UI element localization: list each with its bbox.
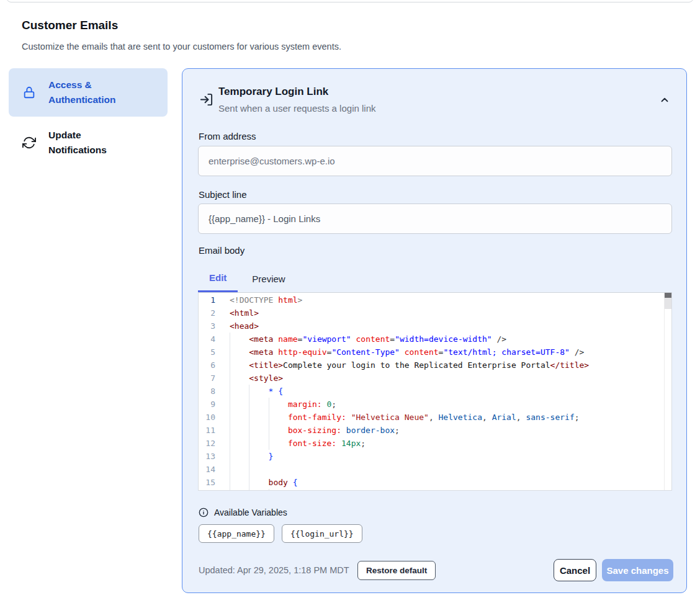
variable-chip-app-name[interactable]: {{app_name}} — [199, 524, 274, 543]
line-number[interactable]: 7 — [199, 372, 215, 385]
code-line-content: background-color: #f6f8fa; — [230, 489, 414, 491]
login-icon — [199, 92, 213, 107]
sidebar-item-label: Update Notifications — [48, 128, 130, 158]
lock-icon — [22, 85, 36, 100]
line-number[interactable]: 6 — [199, 359, 215, 372]
code-line[interactable]: 16background-color: #f6f8fa; — [199, 489, 671, 491]
restore-default-button[interactable]: Restore default — [357, 561, 436, 580]
code-line[interactable]: 8* { — [199, 385, 671, 398]
from-address-input[interactable] — [198, 146, 672, 176]
card-title: Temporary Login Link — [218, 86, 328, 98]
code-line[interactable]: 14 — [199, 463, 671, 476]
line-number[interactable]: 5 — [199, 346, 215, 359]
code-line-content: <style> — [230, 372, 283, 385]
indent-guide — [230, 476, 249, 489]
code-line[interactable]: 4<meta name="viewport" content="width=de… — [199, 333, 671, 346]
indent-guide — [230, 437, 249, 450]
code-line[interactable]: 9margin: 0; — [199, 398, 671, 411]
tab-preview[interactable]: Preview — [241, 266, 296, 292]
indent-guide — [230, 372, 249, 385]
code-line-content: * { — [230, 385, 283, 398]
code-line-content: <html> — [230, 306, 259, 320]
cancel-button[interactable]: Cancel — [554, 559, 596, 581]
code-line[interactable]: 2<html> — [199, 306, 671, 320]
chevron-up-icon — [659, 98, 670, 107]
indent-guide — [230, 424, 249, 437]
available-variables-header: Available Variables — [199, 507, 287, 517]
email-body-tabs: Edit Preview — [198, 266, 297, 292]
line-number[interactable]: 9 — [199, 398, 215, 411]
indent-guide — [269, 411, 288, 424]
indent-guide — [249, 450, 268, 463]
code-line[interactable]: 6<title>Complete your login to the Repli… — [199, 359, 671, 372]
variable-chip-login-url[interactable]: {{login_url}} — [282, 524, 362, 543]
line-number[interactable]: 12 — [199, 437, 215, 450]
editor-scrollbar-thumb[interactable] — [665, 293, 671, 298]
code-line[interactable]: 1<!DOCTYPE html> — [199, 293, 671, 306]
tab-edit[interactable]: Edit — [198, 266, 238, 292]
indent-guide — [230, 463, 249, 476]
sidebar-item-access-authentication[interactable]: Access & Authentication — [9, 68, 168, 117]
indent-guide — [249, 463, 268, 476]
temporary-login-link-card: Temporary Login Link Sent when a user re… — [182, 68, 687, 593]
refresh-icon — [22, 136, 36, 150]
code-line[interactable]: 11box-sizing: border-box; — [199, 424, 671, 437]
sidebar-item-update-notifications[interactable]: Update Notifications — [9, 128, 168, 158]
line-number[interactable]: 8 — [199, 385, 215, 398]
line-number[interactable]: 3 — [199, 320, 215, 333]
code-line[interactable]: 12font-size: 14px; — [199, 437, 671, 450]
code-editor[interactable]: 1<!DOCTYPE html>2<html>3<head>4<meta nam… — [198, 292, 672, 491]
collapse-button[interactable] — [655, 91, 674, 110]
line-number[interactable]: 16 — [199, 489, 215, 491]
code-line[interactable]: 3<head> — [199, 320, 671, 333]
indent-guide — [230, 489, 249, 491]
code-line[interactable]: 15body { — [199, 476, 671, 489]
line-number[interactable]: 2 — [199, 306, 215, 320]
sidebar-item-label: Access & Authentication — [48, 78, 130, 107]
line-number[interactable]: 11 — [199, 424, 215, 437]
indent-guide — [230, 333, 249, 346]
indent-guide — [230, 411, 249, 424]
indent-guide — [249, 411, 268, 424]
code-line-content: } — [230, 450, 273, 463]
indent-guide — [249, 398, 268, 411]
indent-guide — [249, 385, 268, 398]
indent-guide — [230, 450, 249, 463]
code-line-content: margin: 0; — [230, 398, 336, 411]
indent-guide — [230, 346, 249, 359]
indent-guide — [269, 398, 288, 411]
code-line-content: <head> — [230, 320, 259, 333]
line-number[interactable]: 4 — [199, 333, 215, 346]
editor-scrollbar[interactable] — [664, 293, 671, 490]
code-line-content: <title>Complete your login to the Replic… — [230, 359, 589, 372]
line-number[interactable]: 15 — [199, 476, 215, 489]
email-types-sidebar: Access & Authentication Update Notificat… — [9, 68, 168, 158]
indent-guide — [230, 385, 249, 398]
editor-scrollbar-shade — [665, 298, 671, 309]
indent-guide — [249, 424, 268, 437]
updated-timestamp: Updated: Apr 29, 2025, 1:18 PM MDT — [199, 565, 349, 575]
indent-guide — [269, 437, 288, 450]
code-line[interactable]: 10font-family: "Helvetica Neue", Helveti… — [199, 411, 671, 424]
line-number[interactable]: 1 — [199, 293, 215, 306]
code-editor-lines: 1<!DOCTYPE html>2<html>3<head>4<meta nam… — [199, 293, 671, 491]
indent-guide — [249, 437, 268, 450]
line-number[interactable]: 13 — [199, 450, 215, 463]
indent-guide — [249, 489, 268, 491]
code-line[interactable]: 5<meta http-equiv="Content-Type" content… — [199, 346, 671, 359]
previous-card-edge — [6, 0, 694, 2]
code-line[interactable]: 7<style> — [199, 372, 671, 385]
indent-guide — [230, 359, 249, 372]
email-body-label: Email body — [199, 245, 245, 256]
page-description: Customize the emails that are sent to yo… — [22, 42, 341, 51]
variable-chips: {{app_name}} {{login_url}} — [199, 524, 362, 543]
code-line-content: <meta http-equiv="Content-Type" content=… — [230, 346, 584, 359]
indent-guide — [230, 398, 249, 411]
code-line[interactable]: 13} — [199, 450, 671, 463]
code-line-content: body { — [230, 476, 298, 489]
line-number[interactable]: 14 — [199, 463, 215, 476]
save-changes-button[interactable]: Save changes — [602, 559, 673, 581]
from-address-label: From address — [199, 131, 256, 141]
line-number[interactable]: 10 — [199, 411, 215, 424]
subject-line-input[interactable] — [198, 203, 672, 234]
